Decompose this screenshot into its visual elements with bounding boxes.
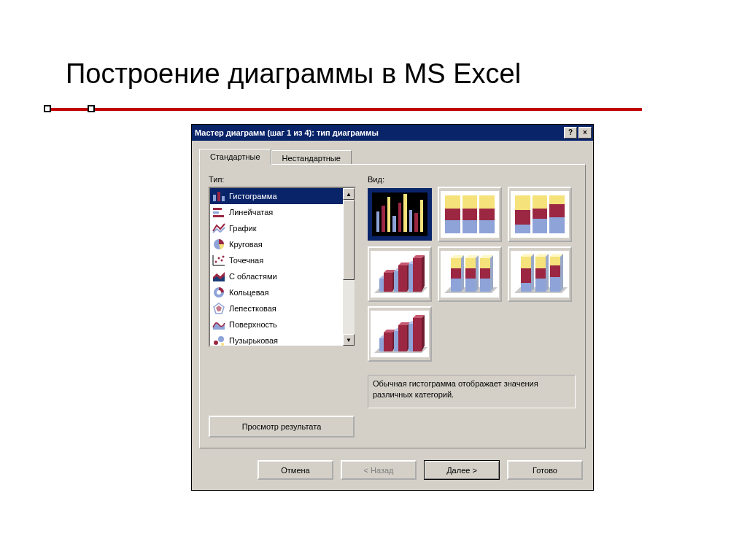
label-type: Тип: <box>209 175 224 184</box>
svg-marker-67 <box>546 254 549 292</box>
svg-rect-77 <box>384 332 392 351</box>
list-item[interactable]: Пузырьковая <box>210 332 343 347</box>
list-item-label: Кольцевая <box>229 288 269 297</box>
svg-rect-42 <box>451 279 461 292</box>
chart-subtype[interactable] <box>368 246 432 302</box>
title-rule-cap <box>44 105 51 112</box>
svg-rect-53 <box>480 268 490 279</box>
list-item-label: Пузырьковая <box>229 336 278 345</box>
list-item[interactable]: Поверхность <box>210 316 343 332</box>
list-item[interactable]: Линейчатая <box>210 204 343 220</box>
svg-rect-49 <box>465 258 476 268</box>
svg-point-16 <box>217 290 221 295</box>
svg-point-20 <box>218 336 224 342</box>
svg-point-12 <box>222 256 225 258</box>
scroll-thumb[interactable] <box>343 200 355 280</box>
svg-rect-64 <box>535 268 546 279</box>
line-icon <box>212 222 226 235</box>
list-item-label: Круговая <box>229 240 263 249</box>
area-icon <box>212 270 226 283</box>
svg-rect-5 <box>213 215 224 217</box>
chart-subtype[interactable] <box>368 306 432 362</box>
svg-rect-32 <box>398 265 407 292</box>
subtype-description: Обычная гистограмма отображает значения … <box>368 375 576 408</box>
doughnut-icon <box>212 286 226 299</box>
svg-rect-60 <box>521 257 531 268</box>
list-item-label: Гистограмма <box>229 192 277 201</box>
scroll-down-button[interactable]: ▼ <box>343 334 355 346</box>
scatter-icon <box>212 254 226 267</box>
svg-rect-70 <box>550 257 560 265</box>
svg-marker-46 <box>461 255 464 292</box>
tab-standard[interactable]: Стандартные <box>199 149 271 165</box>
list-item-label: Лепестковая <box>229 304 276 313</box>
svg-marker-56 <box>490 255 493 292</box>
svg-rect-83 <box>398 325 407 351</box>
svg-rect-3 <box>213 208 222 210</box>
list-item[interactable]: Круговая <box>210 236 343 252</box>
scrollbar[interactable]: ▲ ▼ <box>343 188 355 346</box>
svg-point-9 <box>215 261 217 263</box>
svg-point-11 <box>221 260 223 262</box>
svg-rect-52 <box>480 279 490 292</box>
list-item[interactable]: Гистограмма <box>210 188 343 204</box>
close-button[interactable]: × <box>578 127 592 139</box>
next-button[interactable]: Далее > <box>424 460 500 480</box>
svg-rect-65 <box>535 257 546 268</box>
chart-subtype-grid <box>368 187 576 362</box>
svg-rect-59 <box>521 268 531 283</box>
finish-button[interactable]: Готово <box>507 460 583 480</box>
chart-type-listbox[interactable]: ГистограммаЛинейчатаяГрафикКруговаяТочеч… <box>209 187 356 347</box>
svg-rect-2 <box>222 196 225 201</box>
svg-rect-38 <box>413 258 422 292</box>
svg-rect-43 <box>451 268 461 279</box>
svg-rect-4 <box>213 211 219 214</box>
chart-wizard-dialog: Мастер диаграмм (шаг 1 из 4): тип диагра… <box>191 124 594 491</box>
help-button[interactable]: ? <box>564 127 577 139</box>
preview-button[interactable]: Просмотр результата <box>209 416 355 438</box>
chart-subtype[interactable] <box>508 246 572 302</box>
surface-icon <box>212 318 226 331</box>
wizard-button-bar: Отмена < Назад Далее > Готово <box>192 451 593 490</box>
list-item-label: График <box>229 224 257 233</box>
list-item[interactable]: С областями <box>210 268 343 284</box>
svg-rect-89 <box>413 318 422 351</box>
chart-subtype[interactable] <box>438 187 502 242</box>
svg-rect-48 <box>465 268 476 279</box>
chart-subtype[interactable] <box>368 187 432 242</box>
svg-marker-18 <box>216 306 222 311</box>
svg-rect-69 <box>550 265 560 277</box>
bar-icon <box>212 206 226 219</box>
svg-rect-68 <box>550 277 560 292</box>
svg-marker-62 <box>531 254 534 292</box>
title-rule-cap <box>88 105 95 112</box>
svg-marker-91 <box>422 315 425 351</box>
dialog-title: Мастер диаграмм (шаг 1 из 4): тип диагра… <box>195 128 562 137</box>
list-item-label: Точечная <box>229 256 263 265</box>
chart-subtype[interactable] <box>438 246 502 302</box>
scroll-track[interactable] <box>343 280 355 334</box>
chart-subtype[interactable] <box>508 187 572 242</box>
scroll-up-button[interactable]: ▲ <box>343 188 355 200</box>
svg-rect-1 <box>217 192 220 201</box>
svg-rect-54 <box>480 258 490 268</box>
title-rule <box>44 108 642 111</box>
list-item[interactable]: Точечная <box>210 252 343 268</box>
tab-custom[interactable]: Нестандартные <box>271 150 352 165</box>
svg-rect-0 <box>213 195 216 201</box>
svg-point-21 <box>221 343 224 346</box>
label-view: Вид: <box>368 175 384 184</box>
back-button[interactable]: < Назад <box>341 460 417 480</box>
list-item[interactable]: Кольцевая <box>210 284 343 300</box>
svg-marker-72 <box>560 254 563 292</box>
svg-marker-40 <box>422 255 425 292</box>
pie-icon <box>212 238 226 251</box>
list-item-label: Линейчатая <box>229 208 273 217</box>
svg-marker-51 <box>476 255 479 292</box>
bubble-icon <box>212 334 226 347</box>
list-item[interactable]: График <box>210 220 343 236</box>
list-item[interactable]: Лепестковая <box>210 300 343 316</box>
titlebar[interactable]: Мастер диаграмм (шаг 1 из 4): тип диагра… <box>192 125 593 141</box>
cancel-button[interactable]: Отмена <box>258 460 333 480</box>
radar-icon <box>212 302 226 315</box>
